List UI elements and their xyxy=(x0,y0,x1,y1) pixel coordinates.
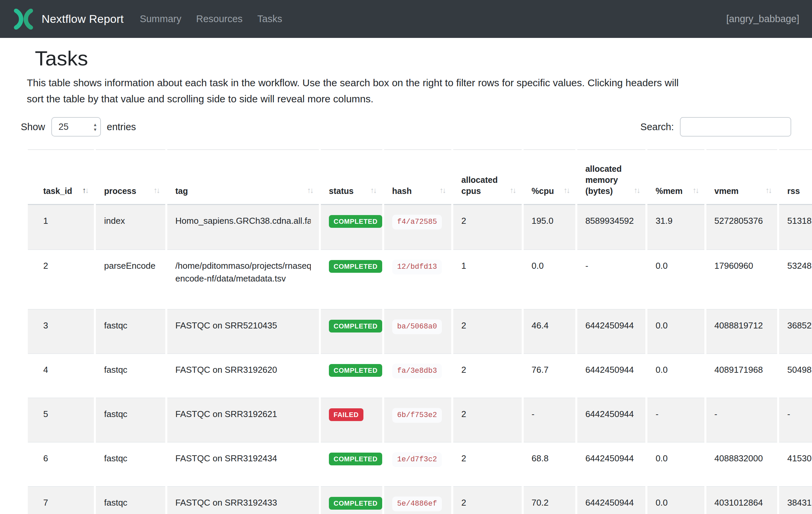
hash-cell: 5e/4886ef xyxy=(384,486,451,514)
entries-label: entries xyxy=(107,121,136,133)
allocated-memory-cell: 6442450944 xyxy=(577,398,646,442)
tag-text: /home/pditommaso/projects/rnaseq-encode-… xyxy=(175,259,311,285)
column-header-process[interactable]: process ↑↓ xyxy=(96,149,165,205)
allocated-cpus-cell: 1 xyxy=(453,249,522,309)
tag-cell: FASTQC on SRR3192621 xyxy=(167,398,319,442)
column-header-allocated-memory[interactable]: allocated memory (bytes) ↑↓ xyxy=(577,149,646,205)
column-header-pmem[interactable]: %mem ↑↓ xyxy=(647,149,704,205)
nav-link-summary[interactable]: Summary xyxy=(140,13,181,25)
pcpu-cell: 0.0 xyxy=(524,249,575,309)
allocated-memory-cell: - xyxy=(577,249,646,309)
process-cell: fastqc xyxy=(96,398,165,442)
page-size-select[interactable]: 25 xyxy=(51,117,101,137)
sort-desc-icon: ↓ xyxy=(373,186,376,195)
sort-arrows-icon: ↑↓ xyxy=(634,185,639,196)
search-input[interactable] xyxy=(680,117,791,137)
tag-cell: Homo_sapiens.GRCh38.cdna.all.fa.g xyxy=(167,205,319,249)
table-header: task_id ↑↓ process ↑↓ tag ↑↓ status ↑↓ h… xyxy=(28,149,812,205)
allocated-memory-cell: 6442450944 xyxy=(577,309,646,353)
status-badge: COMPLETED xyxy=(329,364,382,377)
task-hash: ba/5068a0 xyxy=(392,319,442,334)
sort-asc-icon: ↑ xyxy=(439,186,442,195)
allocated-cpus-cell: 2 xyxy=(453,442,522,486)
hash-cell: 1e/d7f3c2 xyxy=(384,442,451,486)
column-header-vmem[interactable]: vmem ↑↓ xyxy=(706,149,778,205)
hash-cell: ba/5068a0 xyxy=(384,309,451,353)
task-hash: f4/a72585 xyxy=(392,215,442,229)
sort-arrows-icon: ↑↓ xyxy=(765,185,771,196)
status-badge: COMPLETED xyxy=(329,260,382,273)
main-content: Tasks This table shows information about… xyxy=(0,47,812,514)
allocated-cpus-cell: 2 xyxy=(453,309,522,353)
allocated-memory-cell: 8589934592 xyxy=(577,205,646,249)
sort-asc-icon: ↑ xyxy=(765,186,768,195)
status-badge: COMPLETED xyxy=(329,497,382,510)
nav-link-resources[interactable]: Resources xyxy=(196,13,243,25)
column-header-hash[interactable]: hash ↑↓ xyxy=(384,149,451,205)
status-cell: COMPLETED xyxy=(321,309,382,353)
process-cell: parseEncode xyxy=(96,249,165,309)
column-header-pcpu[interactable]: %cpu ↑↓ xyxy=(524,149,575,205)
sort-desc-icon: ↓ xyxy=(513,186,516,195)
sort-asc-icon: ↑ xyxy=(307,186,310,195)
sort-asc-icon: ↑ xyxy=(371,186,374,195)
column-header-task-id[interactable]: task_id ↑↓ xyxy=(28,149,94,205)
tag-cell: FASTQC on SRR3192620 xyxy=(167,353,319,398)
tag-text: FASTQC on SRR3192433 xyxy=(175,496,311,509)
vmem-cell: 4088819712 xyxy=(706,309,778,353)
sort-desc-icon: ↓ xyxy=(442,186,445,195)
process-cell: index xyxy=(96,205,165,249)
column-label: %mem xyxy=(656,186,683,196)
hash-cell: 6b/f753e2 xyxy=(384,398,451,442)
allocated-cpus-cell: 2 xyxy=(453,486,522,514)
pcpu-cell: 76.7 xyxy=(524,353,575,398)
column-label: status xyxy=(329,186,354,196)
sort-asc-icon: ↑ xyxy=(510,186,513,195)
column-label: allocated cpus xyxy=(461,175,497,196)
status-cell: COMPLETED xyxy=(321,442,382,486)
sort-arrows-icon: ↑↓ xyxy=(371,185,376,196)
status-badge: FAILED xyxy=(329,408,364,421)
status-cell: COMPLETED xyxy=(321,249,382,309)
table-row: 2 parseEncode /home/pditommaso/projects/… xyxy=(28,249,812,309)
table-row: 1 index Homo_sapiens.GRCh38.cdna.all.fa.… xyxy=(28,205,812,249)
task-hash: fa/3e8db3 xyxy=(392,364,442,378)
pcpu-cell: - xyxy=(524,398,575,442)
task-id-cell: 5 xyxy=(28,398,94,442)
tag-text: FASTQC on SRR3192434 xyxy=(175,452,311,465)
hash-cell: f4/a72585 xyxy=(384,205,451,249)
rss-cell: 50498 xyxy=(779,353,812,398)
tag-text: FASTQC on SRR5210435 xyxy=(175,319,311,332)
pmem-cell: 0.0 xyxy=(647,353,704,398)
nav-link-tasks[interactable]: Tasks xyxy=(258,13,282,25)
sort-arrows-icon: ↑↓ xyxy=(563,185,569,196)
sort-arrows-icon: ↑↓ xyxy=(693,185,698,196)
column-header-status[interactable]: status ↑↓ xyxy=(321,149,382,205)
table-row: 5 fastqc FASTQC on SRR3192621 FAILED 6b/… xyxy=(28,398,812,442)
rss-cell: 38431 xyxy=(779,486,812,514)
allocated-memory-cell: 6442450944 xyxy=(577,442,646,486)
vmem-cell: 4031012864 xyxy=(706,486,778,514)
page-size-select-wrap: 25 ▴ ▾ xyxy=(51,117,101,137)
brand-link[interactable]: Nextflow Report xyxy=(13,9,124,29)
column-header-allocated-cpus[interactable]: allocated cpus ↑↓ xyxy=(453,149,522,205)
pmem-cell: 31.9 xyxy=(647,205,704,249)
nav-links: Summary Resources Tasks xyxy=(140,13,282,25)
status-badge: COMPLETED xyxy=(329,215,382,228)
column-header-tag[interactable]: tag ↑↓ xyxy=(167,149,319,205)
pmem-cell: 0.0 xyxy=(647,249,704,309)
pmem-cell: 0.0 xyxy=(647,486,704,514)
navbar: Nextflow Report Summary Resources Tasks … xyxy=(0,0,812,38)
status-cell: COMPLETED xyxy=(321,205,382,249)
tag-cell: FASTQC on SRR3192434 xyxy=(167,442,319,486)
page-description-line1: This table shows information about each … xyxy=(27,77,678,88)
tag-cell: /home/pditommaso/projects/rnaseq-encode-… xyxy=(167,249,319,309)
sort-desc-icon: ↓ xyxy=(768,186,772,195)
column-header-rss[interactable]: rss ↑↓ xyxy=(779,149,812,205)
column-label: process xyxy=(104,186,136,196)
status-badge: COMPLETED xyxy=(329,453,382,465)
status-cell: COMPLETED xyxy=(321,353,382,398)
pcpu-cell: 68.8 xyxy=(524,442,575,486)
table-controls: Show 25 ▴ ▾ entries Search: xyxy=(13,117,799,137)
pcpu-cell: 46.4 xyxy=(524,309,575,353)
